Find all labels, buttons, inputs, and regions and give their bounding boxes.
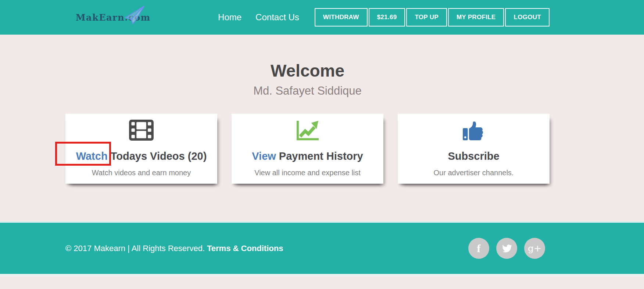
- footer: © 2017 Makearn | All Rights Reserved.Ter…: [0, 221, 644, 276]
- card-icon-wrap: [65, 120, 217, 141]
- card-subtitle: View all income and expense list: [232, 169, 383, 177]
- card-subtitle: Watch videos and earn money: [65, 169, 217, 177]
- paper-plane-icon: [121, 5, 146, 24]
- nav-contact-link[interactable]: Contact Us: [255, 12, 299, 22]
- main-nav: Home Contact Us: [218, 12, 315, 22]
- google-plus-icon[interactable]: g+: [524, 238, 545, 259]
- footer-container: © 2017 Makearn | All Rights Reserved.Ter…: [65, 238, 550, 259]
- facebook-glyph: f: [477, 243, 481, 254]
- logout-button[interactable]: LOGOUT: [505, 8, 550, 27]
- my-profile-button[interactable]: MY PROFILE: [448, 8, 504, 27]
- facebook-icon[interactable]: f: [468, 238, 489, 259]
- watch-videos-card: Watch Todays Videos (20) Watch videos an…: [65, 114, 217, 184]
- user-name: Md. Safayet Siddique: [65, 84, 550, 98]
- card-icon-wrap: [398, 120, 550, 141]
- payment-history-card: View Payment History View all income and…: [232, 114, 383, 184]
- watch-link-label: Watch: [76, 150, 108, 162]
- view-link[interactable]: View: [252, 151, 276, 162]
- copyright-label: © 2017 Makearn | All Rights Reserved.: [65, 244, 205, 253]
- view-link-label: View: [252, 150, 276, 162]
- social-links: f g+: [461, 238, 545, 259]
- google-plus-glyph: g+: [528, 244, 541, 253]
- thumbs-up-icon: [463, 120, 485, 141]
- action-cards-row: Watch Todays Videos (20) Watch videos an…: [65, 114, 550, 184]
- main-content: Welcome Md. Safayet Siddique: [0, 35, 644, 221]
- film-icon: [129, 120, 154, 141]
- twitter-bird-glyph: [502, 244, 512, 253]
- subscribe-card: Subscribe Our advertiser channels.: [398, 114, 550, 184]
- nav-home-link[interactable]: Home: [218, 12, 242, 22]
- chart-line-icon: [296, 120, 320, 141]
- brand-logo[interactable]: MakEarn.com: [76, 12, 151, 23]
- welcome-title: Welcome: [65, 61, 550, 81]
- card-title: View Payment History: [232, 151, 383, 162]
- balance-button[interactable]: $21.69: [369, 8, 405, 27]
- top-up-button[interactable]: TOP UP: [406, 8, 447, 27]
- terms-and-conditions-link[interactable]: Terms & Conditions: [207, 244, 283, 253]
- card-title: Watch Todays Videos (20): [65, 151, 217, 162]
- card-title-text: Payment History: [276, 150, 363, 162]
- card-subtitle: Our advertiser channels.: [398, 169, 550, 177]
- withdraw-button[interactable]: WITHDRAW: [315, 8, 368, 27]
- card-icon-wrap: [232, 120, 383, 141]
- header-container: MakEarn.com Home Contact Us WITHDRAW $21…: [65, 0, 550, 35]
- header-button-group: WITHDRAW $21.69 TOP UP MY PROFILE LOGOUT: [315, 8, 550, 27]
- copyright-text: © 2017 Makearn | All Rights Reserved.Ter…: [65, 244, 283, 253]
- header: MakEarn.com Home Contact Us WITHDRAW $21…: [0, 0, 644, 35]
- card-title: Subscribe: [398, 151, 550, 162]
- hero-container: Welcome Md. Safayet Siddique: [65, 35, 550, 184]
- twitter-icon[interactable]: [496, 238, 517, 259]
- watch-link[interactable]: Watch: [76, 151, 108, 162]
- card-title-text: Todays Videos (20): [108, 150, 207, 162]
